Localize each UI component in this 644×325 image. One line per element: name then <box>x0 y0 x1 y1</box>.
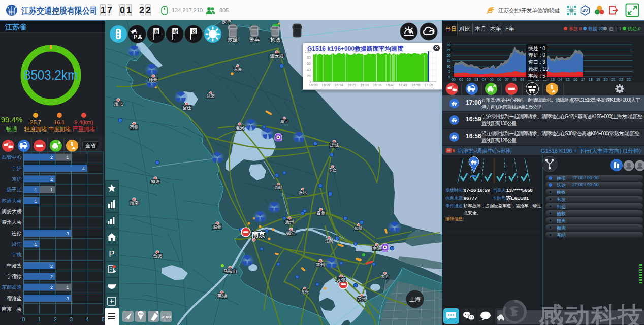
svg-text:P: P <box>109 249 114 259</box>
svg-text:100: 100 <box>305 50 311 53</box>
svg-text:16:42: 16:42 <box>385 83 395 87</box>
svg-text:兴化: 兴化 <box>299 190 307 195</box>
svg-text:16:56: 16:56 <box>411 83 421 87</box>
svg-text:22: 22 <box>619 78 623 81</box>
svg-text:医疗: 医疗 <box>222 20 232 25</box>
svg-text:宿州: 宿州 <box>130 125 139 130</box>
svg-text:苏通大桥: 苏通大桥 <box>1 198 22 204</box>
svg-text:0: 0 <box>22 317 25 322</box>
svg-text:轿车故障，占据应急车道，需拖车，请注: 轿车故障，占据应急车道，需拖车，请注 <box>463 203 542 208</box>
svg-text:99.4%: 99.4% <box>1 115 23 124</box>
svg-text:16:35: 16:35 <box>373 83 382 87</box>
svg-text:畅通: 畅通 <box>6 126 17 132</box>
svg-text:排障信息:: 排障信息: <box>445 216 464 221</box>
svg-text:GU: GU <box>139 313 143 316</box>
svg-text:滁州: 滁州 <box>213 224 222 230</box>
svg-text:宁宿徐: 宁宿徐 <box>7 274 22 279</box>
svg-text:15: 15 <box>566 78 570 81</box>
svg-text:80: 80 <box>307 56 311 59</box>
svg-text:01: 01 <box>459 78 463 81</box>
svg-text:16:49: 16:49 <box>398 83 407 87</box>
svg-text:南通: 南通 <box>372 246 381 251</box>
svg-text:16:00: 16:00 <box>309 83 318 87</box>
svg-text:当事人:: 当事人: <box>493 188 507 193</box>
svg-text:沿江: 沿江 <box>12 241 22 247</box>
svg-text:137****5658: 137****5658 <box>506 187 533 193</box>
svg-text:警车: 警车 <box>249 37 260 42</box>
svg-text:20: 20 <box>446 54 450 57</box>
svg-text:2: 2 <box>50 285 53 290</box>
svg-text:无锡: 无锡 <box>337 277 346 282</box>
svg-text:06: 06 <box>497 78 501 81</box>
svg-text:2: 2 <box>50 155 53 160</box>
svg-text:宜兴: 宜兴 <box>301 289 309 294</box>
svg-text:16.1: 16.1 <box>54 119 65 125</box>
svg-text:08: 08 <box>512 78 517 81</box>
svg-text:宁杭: 宁杭 <box>12 252 22 257</box>
svg-text:合肥: 合肥 <box>153 253 163 258</box>
svg-text:高管中心: 高管中心 <box>2 154 22 160</box>
svg-text:车牌号:: 车牌号: <box>493 196 507 201</box>
svg-text:严重拥堵: 严重拥堵 <box>73 126 95 132</box>
svg-text:23: 23 <box>627 78 631 81</box>
svg-text:蚌埠: 蚌埠 <box>151 179 160 184</box>
svg-text:40: 40 <box>307 68 311 72</box>
svg-text:苏E6LU01: 苏E6LU01 <box>506 195 529 201</box>
svg-text:20: 20 <box>604 78 608 81</box>
svg-text:3: 3 <box>66 296 69 301</box>
svg-text:淮北: 淮北 <box>114 101 123 106</box>
svg-text:宁靖盐: 宁靖盐 <box>7 263 22 269</box>
svg-text:站: 站 <box>173 29 178 34</box>
svg-text:3: 3 <box>66 231 69 236</box>
svg-text:09: 09 <box>520 78 524 81</box>
svg-text:如皋: 如皋 <box>355 226 363 231</box>
svg-text:京沪: 京沪 <box>12 176 22 182</box>
svg-text:轻度拥堵: 轻度拥堵 <box>24 126 47 132</box>
svg-text:14: 14 <box>558 78 562 81</box>
svg-text:太仓: 太仓 <box>381 274 389 279</box>
svg-text:2: 2 <box>50 274 53 279</box>
svg-text:1: 1 <box>66 285 69 290</box>
svg-text:1: 1 <box>35 187 37 192</box>
svg-text:区: 区 <box>192 29 197 34</box>
svg-text:2: 2 <box>50 177 53 182</box>
svg-text:连云港: 连云港 <box>270 53 284 58</box>
svg-text:事故时间:: 事故时间: <box>445 188 464 193</box>
svg-text:9.4(km): 9.4(km) <box>74 119 93 125</box>
svg-text:3: 3 <box>70 317 73 322</box>
svg-text:05: 05 <box>490 78 494 81</box>
svg-text:东部高速: 东部高速 <box>2 284 22 290</box>
svg-text:1: 1 <box>35 242 37 247</box>
svg-text:15: 15 <box>446 59 450 62</box>
svg-text:96777: 96777 <box>464 195 477 201</box>
svg-text:马鞍山: 马鞍山 <box>223 269 237 274</box>
svg-text:10: 10 <box>446 64 450 68</box>
svg-text:5: 5 <box>448 70 450 73</box>
svg-text:扬子江: 扬子江 <box>7 187 22 192</box>
svg-text:13: 13 <box>551 78 555 81</box>
svg-text:淮安: 淮安 <box>235 125 244 131</box>
svg-text:2: 2 <box>50 264 53 269</box>
svg-text:宿淮盐: 宿淮盐 <box>7 296 22 301</box>
svg-text:南京三桥: 南京三桥 <box>2 306 22 312</box>
svg-text:8503.2km: 8503.2km <box>24 68 78 83</box>
svg-text:16: 16 <box>573 78 577 81</box>
svg-text:1: 1 <box>50 187 53 192</box>
svg-text:21: 21 <box>611 78 616 81</box>
svg-text:润扬大桥: 润扬大桥 <box>1 209 22 214</box>
svg-text:镇江: 镇江 <box>286 231 296 236</box>
svg-text:中度拥堵: 中度拥堵 <box>48 126 71 132</box>
svg-text:04: 04 <box>482 78 486 81</box>
svg-text:25.7: 25.7 <box>30 119 41 125</box>
svg-text:17:05: 17:05 <box>424 83 433 87</box>
svg-text:2: 2 <box>54 317 57 322</box>
svg-text:淮南: 淮南 <box>130 200 139 205</box>
svg-text:芜湖: 芜湖 <box>217 294 227 299</box>
svg-text:1: 1 <box>38 317 41 322</box>
svg-text:16:14: 16:14 <box>334 83 343 87</box>
svg-text:02: 02 <box>467 78 471 81</box>
svg-text:泰州大桥: 泰州大桥 <box>2 219 22 225</box>
svg-text:4V: 4V <box>582 8 588 13</box>
svg-text:30: 30 <box>446 43 450 47</box>
svg-text:宿迁: 宿迁 <box>182 105 191 110</box>
